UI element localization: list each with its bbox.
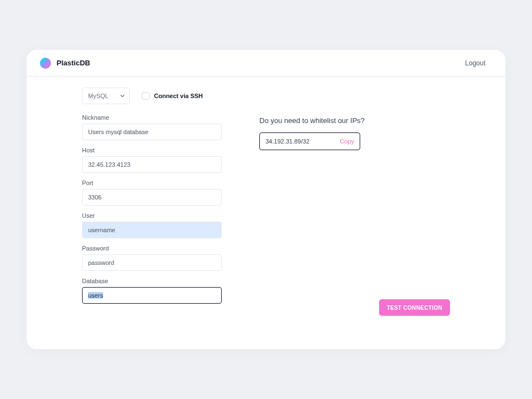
- content-area: MySQL Connect via SSH Nickname Host: [27, 76, 505, 349]
- whitelist-ip: 34.192.31.89/32: [265, 138, 310, 145]
- brand-name: PlasticDB: [57, 59, 90, 67]
- user-label: User: [82, 212, 226, 219]
- host-label: Host: [82, 147, 226, 154]
- dbtype-row: MySQL Connect via SSH: [82, 88, 226, 104]
- copy-ip-button[interactable]: Copy: [340, 138, 354, 145]
- logout-link[interactable]: Logout: [465, 59, 485, 67]
- brand: PlasticDB: [40, 58, 90, 69]
- dbtype-select[interactable]: MySQL: [82, 88, 130, 104]
- database-input-value: users: [88, 292, 103, 299]
- whitelist-column: Do you need to whitelist our IPs? 34.192…: [259, 88, 450, 336]
- password-input[interactable]: [82, 254, 222, 271]
- whitelist-title: Do you need to whitelist our IPs?: [259, 116, 450, 125]
- database-label: Database: [82, 278, 226, 284]
- nickname-field: Nickname: [82, 114, 226, 140]
- ssh-checkbox[interactable]: [142, 92, 150, 100]
- ssh-label: Connect via SSH: [154, 93, 203, 99]
- password-label: Password: [82, 245, 226, 252]
- connection-card: PlasticDB Logout MySQL Connect via SSH: [27, 50, 505, 349]
- test-connection-button[interactable]: TEST CONNECTION: [379, 299, 450, 316]
- ssh-toggle-row: Connect via SSH: [142, 92, 203, 100]
- dbtype-select-wrap: MySQL: [82, 88, 130, 104]
- topbar: PlasticDB Logout: [27, 50, 505, 76]
- user-input[interactable]: [82, 222, 222, 238]
- port-label: Port: [82, 180, 226, 186]
- database-field: Database users: [82, 278, 226, 304]
- database-input[interactable]: users: [82, 287, 222, 304]
- brand-logo-icon: [40, 58, 51, 69]
- host-field: Host: [82, 147, 226, 173]
- host-input[interactable]: [82, 156, 222, 173]
- port-field: Port: [82, 180, 226, 206]
- nickname-label: Nickname: [82, 114, 226, 121]
- form-column: MySQL Connect via SSH Nickname Host: [82, 88, 226, 336]
- nickname-input[interactable]: [82, 124, 222, 140]
- user-field: User: [82, 212, 226, 238]
- port-input[interactable]: [82, 189, 222, 206]
- password-field: Password: [82, 245, 226, 271]
- whitelist-ip-box: 34.192.31.89/32 Copy: [259, 132, 360, 150]
